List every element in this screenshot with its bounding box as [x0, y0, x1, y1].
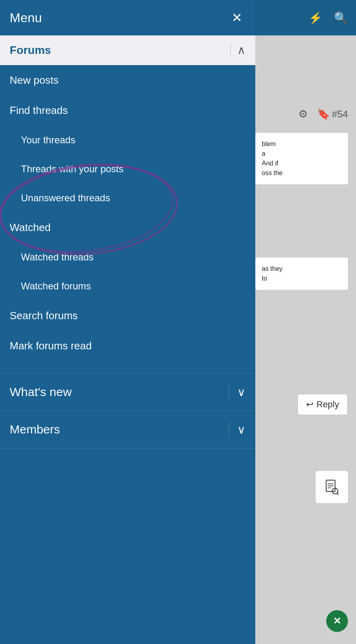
- whats-new-divider: [229, 385, 229, 399]
- menu-close-button[interactable]: ✕: [228, 7, 246, 29]
- forums-title: Forums: [10, 44, 51, 57]
- watched-forums-label: Watched forums: [21, 281, 91, 292]
- your-threads-label: Your threads: [21, 134, 75, 146]
- menu-item-watched[interactable]: Watched: [0, 213, 255, 243]
- menu-item-your-threads[interactable]: Your threads: [0, 126, 255, 155]
- forums-toggle-icon[interactable]: ∧: [237, 43, 246, 57]
- menu-title: Menu: [10, 10, 42, 25]
- bottom-divider: [0, 448, 255, 448]
- whats-new-label: What's new: [10, 385, 72, 399]
- section-divider: [230, 44, 231, 57]
- menu-backdrop[interactable]: [255, 0, 356, 644]
- whats-new-arrow-area: ∨: [229, 385, 246, 399]
- spacer: [0, 361, 255, 373]
- watched-label: Watched: [10, 221, 51, 234]
- menu-item-mark-forums-read[interactable]: Mark forums read: [0, 331, 255, 361]
- menu-drawer: Menu ✕ Forums ∧ New posts Find threads Y…: [0, 0, 255, 644]
- find-threads-label: Find threads: [10, 104, 68, 117]
- new-posts-label: New posts: [10, 74, 58, 87]
- members-arrow-area: ∨: [229, 422, 246, 437]
- whats-new-section[interactable]: What's new ∨: [0, 373, 255, 411]
- menu-overlay: Menu ✕ Forums ∧ New posts Find threads Y…: [0, 0, 356, 644]
- forums-section-header[interactable]: Forums ∧: [0, 35, 255, 65]
- mark-forums-read-label: Mark forums read: [10, 340, 92, 352]
- members-label: Members: [10, 423, 60, 436]
- whats-new-chevron-down-icon[interactable]: ∨: [237, 386, 246, 399]
- threads-with-posts-label: Threads with your posts: [21, 163, 124, 175]
- members-divider: [229, 422, 229, 437]
- menu-item-find-threads[interactable]: Find threads: [0, 95, 255, 126]
- members-section[interactable]: Members ∨: [0, 411, 255, 448]
- unanswered-threads-label: Unanswered threads: [21, 192, 110, 204]
- menu-item-watched-forums[interactable]: Watched forums: [0, 272, 255, 301]
- menu-item-threads-with-posts[interactable]: Threads with your posts: [0, 155, 255, 184]
- menu-item-new-posts[interactable]: New posts: [0, 65, 255, 95]
- menu-item-watched-threads[interactable]: Watched threads: [0, 243, 255, 272]
- forums-toggle-area: ∧: [224, 43, 246, 57]
- menu-item-search-forums[interactable]: Search forums: [0, 301, 255, 331]
- search-forums-label: Search forums: [10, 310, 78, 322]
- menu-header: Menu ✕: [0, 0, 255, 35]
- menu-item-unanswered-threads[interactable]: Unanswered threads: [0, 184, 255, 213]
- watched-threads-label: Watched threads: [21, 252, 94, 263]
- close-icon: ✕: [232, 10, 242, 25]
- members-chevron-down-icon[interactable]: ∨: [237, 423, 246, 436]
